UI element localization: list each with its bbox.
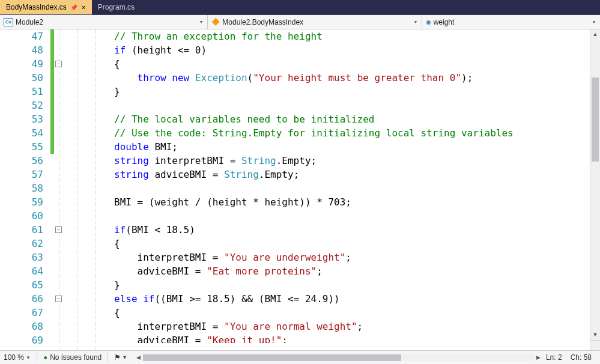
type-dropdown[interactable]: 🔶 Module2.BodyMassIndex ▾ — [208, 15, 422, 29]
line-number: 56 — [0, 154, 43, 168]
scroll-right-arrow[interactable]: ▶ — [534, 353, 544, 363]
code-line[interactable]: BMI = (weight / (height * height)) * 703… — [114, 195, 514, 209]
indent-guide — [95, 29, 95, 350]
vertical-scrollbar[interactable]: ▲ ▼ — [590, 29, 600, 350]
scope-dropdown[interactable]: C# Module2 ▾ — [0, 15, 208, 29]
line-number: 54 — [0, 126, 43, 140]
code-line[interactable]: if(BMI < 18.5) — [114, 223, 514, 237]
change-tracking-bar — [50, 29, 54, 154]
tab-bodymassindex[interactable]: BodyMassIndex.cs 📌 ✕ — [0, 0, 92, 14]
chevron-down-icon: ▼ — [26, 355, 31, 360]
scroll-left-arrow[interactable]: ◀ — [133, 353, 143, 363]
zoom-control[interactable]: 100 % ▼ — [0, 353, 34, 362]
code-line[interactable]: { — [114, 237, 514, 250]
scroll-thumb[interactable] — [592, 77, 599, 162]
code-editor[interactable]: 4748495051525354555657585960616263646566… — [0, 29, 600, 350]
check-icon: ● — [43, 353, 47, 362]
chevron-down-icon: ▾ — [413, 19, 418, 25]
tab-program[interactable]: Program.cs — [92, 0, 141, 14]
member-dropdown[interactable]: ◉ weight ▾ — [422, 15, 600, 29]
code-line[interactable]: interpretBMI = "You are normal weight"; — [114, 320, 514, 333]
code-area[interactable]: // Throw an exception for the heightif (… — [114, 29, 514, 350]
code-line[interactable] — [114, 99, 514, 112]
code-line[interactable]: // Throw an exception for the height — [114, 29, 514, 43]
code-line[interactable]: { — [114, 306, 514, 320]
separator — [108, 353, 108, 362]
fold-toggle[interactable]: − — [55, 61, 62, 67]
line-number: 67 — [0, 306, 43, 320]
scroll-thumb[interactable] — [143, 354, 401, 361]
line-number: 47 — [0, 29, 43, 43]
chevron-down-icon: ▼ — [122, 354, 127, 360]
scroll-down-arrow[interactable]: ▼ — [590, 330, 600, 340]
code-line[interactable] — [114, 209, 514, 223]
zoom-label: 100 % — [4, 353, 24, 362]
line-number-gutter: 4748495051525354555657585960616263646566… — [0, 29, 48, 350]
code-line[interactable]: } — [114, 85, 514, 99]
member-label: weight — [434, 18, 592, 26]
flag-icon: ⚑ — [114, 353, 121, 362]
chevron-down-icon: ▾ — [592, 19, 596, 25]
code-line[interactable]: adviceBMI = "Keep it up!"; — [114, 333, 514, 343]
close-icon[interactable]: ✕ — [81, 4, 86, 11]
line-indicator: Ln: 2 — [546, 353, 562, 362]
issues-label: No issues found — [50, 353, 102, 362]
scope-label: Module2 — [16, 18, 199, 26]
line-number: 49 — [0, 57, 43, 71]
field-icon: ◉ — [426, 19, 431, 25]
tab-label: BodyMassIndex.cs — [6, 3, 67, 11]
fold-toggle[interactable]: − — [55, 296, 62, 302]
line-number: 53 — [0, 112, 43, 126]
line-number: 57 — [0, 168, 43, 181]
horizontal-scrollbar[interactable]: ◀ ▶ — [133, 353, 544, 363]
code-line[interactable] — [114, 181, 514, 195]
code-line[interactable]: double BMI; — [114, 140, 514, 154]
type-label: Module2.BodyMassIndex — [222, 18, 413, 26]
code-line[interactable]: throw new Exception("Your height must be… — [114, 71, 514, 85]
tab-label: Program.cs — [98, 3, 135, 11]
line-number: 51 — [0, 85, 43, 99]
navigation-bar: C# Module2 ▾ 🔶 Module2.BodyMassIndex ▾ ◉… — [0, 15, 600, 29]
line-number: 50 — [0, 71, 43, 85]
code-line[interactable]: adviceBMI = "Eat more proteins"; — [114, 264, 514, 278]
scroll-up-arrow[interactable]: ▲ — [590, 29, 600, 40]
issues-indicator[interactable]: ● No issues found — [40, 353, 105, 362]
line-number: 65 — [0, 278, 43, 292]
line-number: 58 — [0, 181, 43, 195]
code-line[interactable]: if (height <= 0) — [114, 43, 514, 57]
split-handle[interactable] — [590, 340, 600, 350]
char-indicator: Ch: 58 — [571, 353, 592, 362]
code-line[interactable]: } — [114, 278, 514, 292]
line-number: 69 — [0, 333, 43, 347]
fold-toggle[interactable]: − — [55, 226, 62, 233]
line-number: 48 — [0, 43, 43, 57]
indent-guide — [77, 29, 77, 350]
separator — [37, 353, 37, 362]
line-number: 61 — [0, 223, 43, 237]
line-number: 63 — [0, 250, 43, 264]
line-number: 66 — [0, 292, 43, 306]
line-number: 68 — [0, 320, 43, 333]
tab-strip: BodyMassIndex.cs 📌 ✕ Program.cs — [0, 0, 600, 15]
code-line[interactable]: string adviceBMI = String.Empty; — [114, 168, 514, 181]
line-number: 55 — [0, 140, 43, 154]
class-icon: 🔶 — [211, 18, 220, 26]
cursor-position: Ln: 2 Ch: 58 — [546, 353, 600, 362]
pin-icon[interactable]: 📌 — [70, 4, 77, 11]
chevron-down-icon: ▾ — [199, 19, 204, 25]
code-line[interactable]: // Use the code: String.Empty for initia… — [114, 126, 514, 140]
line-number: 52 — [0, 99, 43, 112]
line-number: 59 — [0, 195, 43, 209]
csharp-icon: C# — [4, 18, 13, 26]
code-line[interactable]: else if((BMI >= 18.5) && (BMI <= 24.9)) — [114, 292, 514, 306]
status-bar: 100 % ▼ ● No issues found ⚑ ▼ ◀ ▶ Ln: 2 … — [0, 350, 600, 364]
code-line[interactable]: string interpretBMI = String.Empty; — [114, 154, 514, 168]
code-line[interactable]: // The local variables need to be initia… — [114, 112, 514, 126]
line-number: 62 — [0, 237, 43, 250]
editor-margin: −−− — [48, 29, 114, 350]
issue-nav[interactable]: ⚑ ▼ — [111, 353, 131, 362]
line-number: 64 — [0, 264, 43, 278]
line-number: 60 — [0, 209, 43, 223]
code-line[interactable]: interpretBMI = "You are underweight"; — [114, 250, 514, 264]
code-line[interactable]: { — [114, 57, 514, 71]
